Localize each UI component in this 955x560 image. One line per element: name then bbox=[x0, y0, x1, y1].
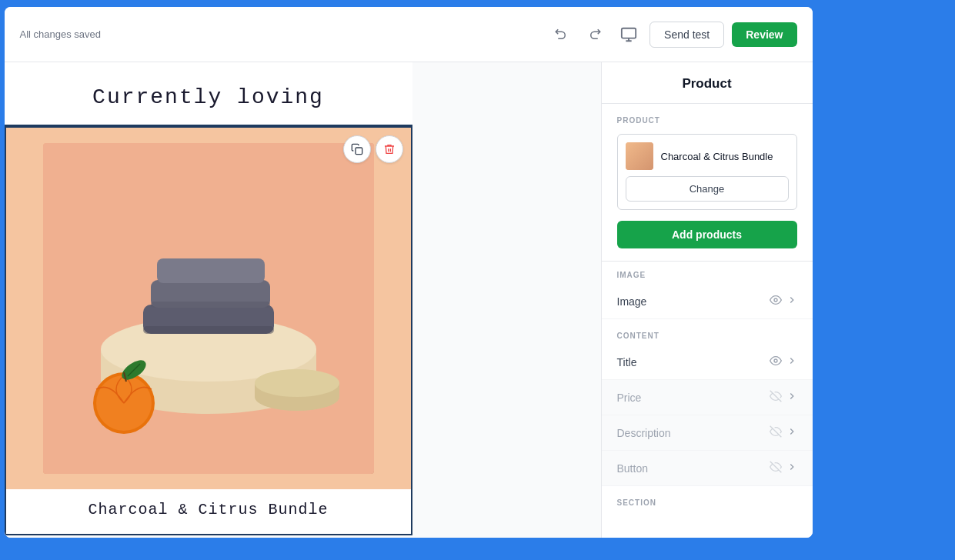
redo-icon bbox=[588, 28, 602, 42]
email-preview: Currently loving bbox=[5, 62, 601, 538]
image-row-actions bbox=[770, 294, 797, 308]
section-header: SECTION bbox=[602, 489, 813, 512]
svg-point-21 bbox=[774, 298, 777, 302]
undo-button[interactable] bbox=[548, 22, 574, 48]
title-chevron-icon bbox=[786, 355, 797, 368]
topbar-left: All changes saved bbox=[20, 28, 539, 40]
copy-section-button[interactable] bbox=[343, 135, 371, 163]
svg-point-22 bbox=[774, 359, 777, 362]
button-chevron-icon bbox=[786, 462, 797, 475]
image-section-label: IMAGE bbox=[617, 271, 797, 279]
description-row-actions bbox=[770, 425, 797, 440]
monitor-button[interactable] bbox=[616, 22, 642, 48]
title-row[interactable]: Title bbox=[602, 345, 813, 380]
description-row-label: Description bbox=[617, 427, 671, 439]
product-thumbnail bbox=[626, 142, 653, 170]
undo-icon bbox=[554, 28, 568, 42]
save-status: All changes saved bbox=[20, 28, 102, 40]
svg-rect-3 bbox=[356, 148, 362, 155]
email-title: Currently loving bbox=[20, 85, 397, 109]
redo-button[interactable] bbox=[582, 22, 608, 48]
button-eye-icon[interactable] bbox=[770, 461, 782, 475]
image-row[interactable]: Image bbox=[602, 284, 813, 319]
title-row-label: Title bbox=[617, 356, 637, 368]
product-image-area bbox=[6, 128, 411, 489]
button-row-actions bbox=[770, 461, 797, 475]
price-row-actions bbox=[770, 390, 797, 405]
float-actions bbox=[343, 135, 403, 163]
image-row-label: Image bbox=[617, 295, 647, 308]
email-canvas: Currently loving bbox=[5, 62, 412, 535]
description-chevron-icon bbox=[786, 426, 797, 439]
review-button[interactable]: Review bbox=[732, 22, 796, 47]
title-row-actions bbox=[770, 355, 797, 369]
svg-rect-11 bbox=[151, 302, 270, 308]
product-card-inner: Charcoal & Citrus Bundle bbox=[626, 142, 789, 170]
product-section-label: PRODUCT bbox=[617, 116, 797, 125]
svg-rect-12 bbox=[157, 258, 265, 283]
price-eye-icon[interactable] bbox=[770, 390, 782, 405]
panel-title: Product bbox=[682, 76, 731, 91]
product-panel-section: PRODUCT Charcoal & Citrus Bundle Change … bbox=[602, 104, 813, 262]
content-section-label: CONTENT bbox=[617, 332, 797, 340]
image-chevron-icon bbox=[786, 295, 797, 308]
email-header-section: Currently loving bbox=[5, 62, 412, 126]
monitor-icon bbox=[620, 26, 637, 43]
section-header-label: SECTION bbox=[617, 498, 797, 507]
content-section-header: CONTENT bbox=[602, 322, 813, 345]
trash-icon bbox=[383, 143, 396, 155]
main-area: Currently loving bbox=[5, 62, 813, 538]
title-eye-icon[interactable] bbox=[770, 355, 782, 369]
description-row[interactable]: Description bbox=[602, 415, 813, 451]
product-section[interactable]: Charcoal & Citrus Bundle bbox=[5, 126, 412, 535]
product-card: Charcoal & Citrus Bundle Change bbox=[617, 134, 797, 210]
delete-section-button[interactable] bbox=[376, 135, 403, 163]
price-row[interactable]: Price bbox=[602, 380, 813, 415]
svg-rect-0 bbox=[622, 28, 636, 38]
button-row-label: Button bbox=[617, 462, 648, 475]
price-chevron-icon bbox=[786, 391, 797, 404]
product-card-name: Charcoal & Citrus Bundle bbox=[661, 151, 773, 162]
svg-point-15 bbox=[255, 369, 339, 397]
product-image bbox=[43, 143, 374, 474]
button-row[interactable]: Button bbox=[602, 451, 813, 486]
topbar: All changes saved bbox=[5, 7, 813, 62]
image-eye-icon[interactable] bbox=[770, 294, 782, 308]
change-product-button[interactable]: Change bbox=[626, 176, 789, 202]
right-panel: Product PRODUCT Charcoal & Citrus Bundle… bbox=[601, 62, 813, 538]
add-products-button[interactable]: Add products bbox=[617, 221, 797, 248]
send-test-button[interactable]: Send test bbox=[649, 22, 724, 48]
panel-header: Product bbox=[602, 62, 813, 104]
price-row-label: Price bbox=[617, 392, 642, 404]
copy-icon bbox=[351, 143, 363, 155]
svg-rect-9 bbox=[143, 326, 274, 334]
image-section-header: IMAGE bbox=[602, 262, 813, 284]
description-eye-icon[interactable] bbox=[770, 425, 782, 440]
product-thumb-inner bbox=[626, 142, 653, 170]
topbar-actions: Send test Review bbox=[548, 22, 796, 48]
product-title: Charcoal & Citrus Bundle bbox=[6, 489, 411, 534]
